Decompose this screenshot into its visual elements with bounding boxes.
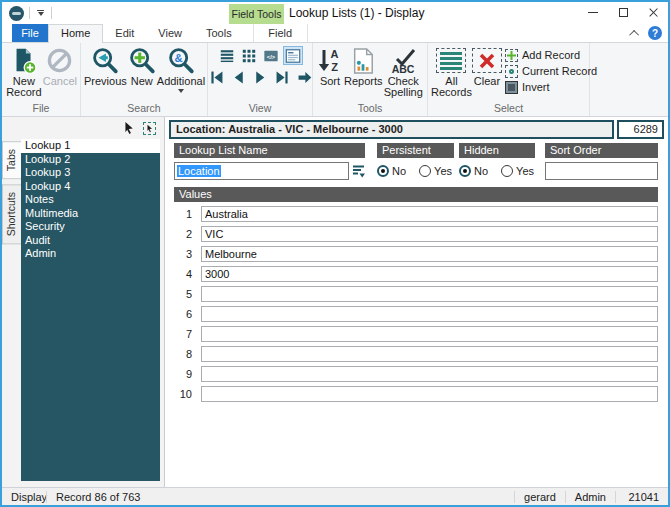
- status-mode: Display: [2, 491, 46, 503]
- sidebar-item-lookup-1[interactable]: Lookup 1: [21, 139, 160, 153]
- value-input-7[interactable]: [201, 326, 658, 342]
- first-record-icon: [208, 69, 225, 86]
- hidden-no-radio[interactable]: No: [459, 165, 488, 177]
- first-record-button[interactable]: [206, 68, 226, 87]
- vertical-tab-shortcuts[interactable]: Shortcuts: [2, 184, 21, 244]
- list-view-button[interactable]: [217, 46, 237, 65]
- minimize-button[interactable]: [578, 2, 608, 23]
- last-record-button[interactable]: [272, 68, 292, 87]
- persistent-yes-radio[interactable]: Yes: [419, 165, 452, 177]
- value-input-6[interactable]: [201, 306, 658, 322]
- ribbon-group-select: All Records Clear Add Recor: [428, 43, 590, 116]
- value-input-9[interactable]: [201, 366, 658, 382]
- sort-order-header: Sort Order: [545, 143, 658, 158]
- maximize-button[interactable]: [608, 2, 638, 23]
- value-input-5[interactable]: [201, 286, 658, 302]
- sidebar-item-security[interactable]: Security: [21, 220, 160, 234]
- new-search-button[interactable]: New: [127, 44, 157, 87]
- value-input-4[interactable]: [201, 266, 658, 282]
- value-input-8[interactable]: [201, 346, 658, 362]
- reports-icon: [351, 45, 375, 76]
- maximize-icon: [619, 8, 628, 17]
- titlebar: Field Tools Lookup Lists (1) - Display: [2, 2, 668, 24]
- add-record-select-label: Add Record: [522, 49, 580, 61]
- value-input-2[interactable]: [201, 226, 658, 242]
- value-row-number: 9: [174, 368, 201, 380]
- value-row: 1: [174, 206, 658, 222]
- pointer-tool-icon[interactable]: [123, 121, 136, 135]
- group-label-tools: Tools: [316, 102, 424, 116]
- lookup-list-name-input[interactable]: Location: [174, 162, 349, 180]
- select-region-tool-icon[interactable]: [143, 122, 156, 135]
- value-row-number: 2: [174, 228, 201, 240]
- add-record-select-button[interactable]: Add Record: [505, 47, 597, 63]
- radio-checked-icon: [459, 165, 471, 177]
- help-icon[interactable]: ?: [648, 26, 662, 40]
- value-row: 8: [174, 346, 658, 362]
- record-header: Location: Australia - VIC - Melbourne - …: [169, 120, 614, 139]
- value-input-1[interactable]: [201, 206, 658, 222]
- app-logo-icon[interactable]: [9, 6, 24, 21]
- code-view-button[interactable]: </>: [261, 46, 281, 65]
- additional-search-label: Additional: [157, 76, 205, 87]
- all-records-button[interactable]: All Records: [431, 44, 472, 98]
- tab-edit[interactable]: Edit: [103, 24, 146, 42]
- value-input-3[interactable]: [201, 246, 658, 262]
- tab-tools[interactable]: Tools: [194, 24, 244, 42]
- tab-home[interactable]: Home: [48, 24, 103, 43]
- new-search-icon: [127, 45, 157, 76]
- check-spelling-icon: ABC: [388, 45, 418, 76]
- vertical-tab-tabs[interactable]: Tabs: [2, 141, 21, 179]
- next-record-button[interactable]: [250, 68, 270, 87]
- cancel-button[interactable]: Cancel: [43, 44, 77, 87]
- hidden-yes-radio[interactable]: Yes: [501, 165, 534, 177]
- quick-access-customize-icon[interactable]: [35, 8, 46, 19]
- reports-button[interactable]: Reports: [344, 44, 383, 87]
- value-row: 7: [174, 326, 658, 342]
- tab-field[interactable]: Field: [253, 24, 308, 42]
- grid-view-button[interactable]: [239, 46, 259, 65]
- autocomplete-icon[interactable]: [352, 164, 365, 178]
- group-label-file: File: [5, 102, 77, 116]
- sort-label: Sort: [320, 76, 340, 87]
- persistent-no-radio[interactable]: No: [377, 165, 406, 177]
- main-panel: Location: Australia - VIC - Melbourne - …: [165, 117, 668, 487]
- sort-icon: AZ: [317, 45, 343, 76]
- sidebar-item-multimedia[interactable]: Multimedia: [21, 207, 160, 221]
- sidebar-item-lookup-2[interactable]: Lookup 2: [21, 153, 160, 167]
- sidebar-item-admin[interactable]: Admin: [21, 247, 160, 261]
- new-record-button[interactable]: New Record: [5, 44, 43, 98]
- sort-button[interactable]: AZ Sort: [316, 44, 344, 87]
- goto-record-button[interactable]: [294, 68, 314, 87]
- status-record-info: Record 86 of 763: [47, 491, 149, 503]
- previous-record-button[interactable]: [228, 68, 248, 87]
- value-row: 3: [174, 246, 658, 262]
- value-row: 2: [174, 226, 658, 242]
- current-record-select-button[interactable]: Current Record: [505, 63, 597, 79]
- tab-file[interactable]: File: [12, 24, 48, 42]
- sidebar-item-lookup-3[interactable]: Lookup 3: [21, 166, 160, 180]
- close-button[interactable]: [638, 2, 668, 23]
- value-row: 5: [174, 286, 658, 302]
- value-row-number: 4: [174, 268, 201, 280]
- form-view-button[interactable]: [283, 46, 303, 65]
- group-label-view: View: [211, 102, 309, 116]
- check-spelling-label: Check Spelling: [382, 76, 424, 98]
- additional-search-button[interactable]: & Additional: [157, 44, 205, 93]
- invert-selection-button[interactable]: Invert: [505, 79, 597, 95]
- sidebar-item-notes[interactable]: Notes: [21, 193, 160, 207]
- form-view-icon: [285, 48, 301, 64]
- collapse-ribbon-icon[interactable]: [629, 29, 639, 39]
- check-spelling-button[interactable]: ABC Check Spelling: [382, 44, 424, 98]
- previous-search-button[interactable]: Previous: [84, 44, 127, 87]
- sort-order-input[interactable]: [545, 162, 658, 180]
- tab-view[interactable]: View: [146, 24, 194, 42]
- ribbon-group-tools: AZ Sort Reports ABC Check Spelling: [313, 43, 428, 116]
- sidebar-item-lookup-4[interactable]: Lookup 4: [21, 180, 160, 194]
- clear-selection-button[interactable]: Clear: [472, 44, 502, 87]
- previous-search-icon: [90, 45, 120, 76]
- value-input-10[interactable]: [201, 386, 658, 402]
- sidebar-item-audit[interactable]: Audit: [21, 234, 160, 248]
- radio-unchecked-icon: [501, 165, 513, 177]
- window-title: Lookup Lists (1) - Display: [289, 2, 424, 24]
